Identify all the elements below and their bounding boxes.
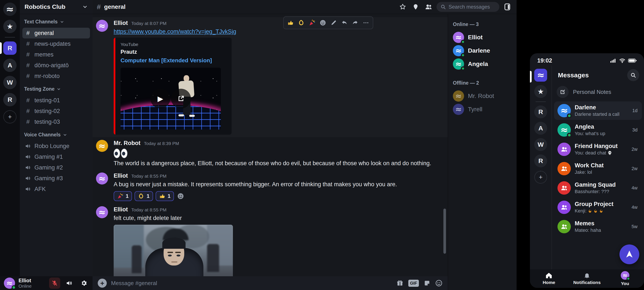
saved-messages-button[interactable]: ★ <box>3 20 16 33</box>
revolt-logo-button[interactable]: ≈ <box>3 2 16 16</box>
message-author[interactable]: Elliot <box>114 172 128 179</box>
chat-friend-hangout[interactable]: Friend Hangout You: dead chat 2w <box>554 140 642 158</box>
add-reaction-button[interactable] <box>318 18 328 27</box>
channel-news-updates[interactable]: #news-updates <box>22 38 90 49</box>
member-mr-robot[interactable]: ≈ Mr. Robot <box>453 89 512 103</box>
add-server-button[interactable]: + <box>3 110 16 124</box>
open-external-button[interactable] <box>171 89 191 109</box>
attach-file-button[interactable]: + <box>98 279 107 288</box>
react-pinched-fingers-button[interactable] <box>296 18 306 27</box>
chat-anglea[interactable]: ≈ Anglea You: what’s up 3d <box>554 121 642 139</box>
add-reaction-button[interactable] <box>176 192 185 200</box>
star-channel-button[interactable] <box>398 2 408 12</box>
nav-notifications[interactable]: Notifications <box>568 269 606 288</box>
nav-you[interactable]: ≈ You <box>606 269 644 288</box>
more-options-button[interactable] <box>361 18 371 27</box>
voice-afk[interactable]: AFK <box>22 184 90 194</box>
embed-provider: YouTube <box>120 42 221 47</box>
server-initial: R <box>8 44 12 52</box>
emoji-picker-button[interactable] <box>435 280 442 287</box>
search-button[interactable] <box>627 69 639 81</box>
chat-memes[interactable]: Memes Mateo: haha 5w <box>554 217 642 236</box>
reaction-pinched-fingers[interactable]: 1 <box>134 191 153 201</box>
voice-gaming-1[interactable]: Gaming #1 <box>22 151 90 162</box>
member-elliot[interactable]: ≈ Elliot <box>453 31 512 44</box>
hash-icon: # <box>25 108 31 115</box>
reply-button[interactable] <box>340 18 349 27</box>
pinched-fingers-emoji <box>138 193 144 199</box>
server-w[interactable]: W <box>3 76 16 89</box>
avatar: ≈ <box>453 90 464 102</box>
nav-home[interactable]: Home <box>530 269 568 288</box>
personal-notes-item[interactable]: Personal Notes <box>552 83 644 101</box>
message-youtube-link[interactable]: ≈ Elliot Today at 8:07 PM https://www.yo… <box>92 17 448 137</box>
chat-work-chat[interactable]: Work Chat Jake: lol 2w <box>554 159 642 178</box>
react-party-popper-button[interactable] <box>307 18 317 27</box>
channel-testing-01[interactable]: #testing-01 <box>22 95 90 106</box>
revolt-home-button[interactable]: ≈ <box>534 69 547 82</box>
battery-icon <box>628 58 637 63</box>
message-input[interactable]: Message #general <box>111 280 392 287</box>
chat-darlene[interactable]: ≈ Darlene Darlene started a call 1d <box>554 101 642 120</box>
voice-robo-lounge[interactable]: Robo Lounge <box>22 141 90 151</box>
server-robotics-club[interactable]: R <box>3 41 16 55</box>
pinned-messages-button[interactable] <box>411 2 420 12</box>
server-a[interactable]: A <box>3 59 16 72</box>
channel-mr-roboto[interactable]: #mr-roboto <box>22 71 90 81</box>
server-a[interactable]: A <box>534 122 547 135</box>
channel-domo-arigato[interactable]: #dōmo-arigatō <box>22 60 90 71</box>
section-testing-zone[interactable]: Testing Zone <box>24 86 88 92</box>
chat-time: 5w <box>632 224 638 229</box>
channel-testing-03[interactable]: #testing-03 <box>22 117 90 127</box>
photo-attachment[interactable] <box>114 225 233 276</box>
section-text-channels[interactable]: Text Channels <box>24 19 88 25</box>
channel-general[interactable]: #general <box>22 28 90 38</box>
server-r[interactable]: R <box>534 106 547 118</box>
online-status-dot <box>461 40 465 44</box>
sticker-button[interactable] <box>424 280 430 287</box>
saved-messages-button[interactable]: ★ <box>534 85 547 98</box>
message-author[interactable]: Mr. Robot <box>114 140 140 146</box>
message-felt-cute[interactable]: ≈ Elliot Today at 8:55 PM felt cute, mig… <box>92 204 448 276</box>
youtube-link[interactable]: https://www.youtube.com/watch?v=jeg_TJvk… <box>114 28 440 35</box>
chat-scrollbar[interactable] <box>444 209 446 254</box>
forward-button[interactable] <box>350 18 360 27</box>
chat-group-project[interactable]: Group Project Kenji: 4w <box>554 198 642 217</box>
play-button[interactable]: ▶ <box>150 89 170 109</box>
settings-button[interactable] <box>78 278 90 289</box>
embed-title[interactable]: Computer Man [Extended Version] <box>120 57 221 64</box>
channel-memes[interactable]: #memes <box>22 49 90 60</box>
server-r2[interactable]: R <box>534 154 547 167</box>
section-voice-channels[interactable]: Voice Channels <box>24 132 88 138</box>
voice-gaming-2[interactable]: Gaming #2 <box>22 162 90 173</box>
deafen-button[interactable] <box>64 278 75 289</box>
add-server-button[interactable]: + <box>534 171 547 184</box>
server-w[interactable]: W <box>534 138 547 151</box>
avatar: ≈ <box>96 206 108 218</box>
chat-gaming-squad[interactable]: Gaming Squad Basshunter: ??? 4w <box>554 179 642 197</box>
toggle-panel-button[interactable] <box>502 2 512 12</box>
gift-button[interactable] <box>396 280 404 287</box>
microphone-mute-button[interactable] <box>49 278 60 289</box>
gif-picker-button[interactable]: GIF <box>408 280 419 287</box>
reaction-thumbs-up[interactable]: 1 <box>156 191 174 201</box>
message-mr-robot[interactable]: ≈ Mr. Robot Today at 8:39 PM The world i… <box>92 137 448 170</box>
voice-gaming-3[interactable]: Gaming #3 <box>22 173 90 184</box>
group-icon <box>560 184 568 192</box>
search-input[interactable]: Search messages <box>436 2 499 12</box>
member-angela[interactable]: ≈ Angela <box>453 57 512 71</box>
server-header[interactable]: Robotics Club <box>20 0 92 14</box>
message-author[interactable]: Elliot <box>114 20 128 26</box>
channel-testing-02[interactable]: #testing-02 <box>22 106 90 117</box>
user-avatar[interactable]: ≈ <box>4 278 15 289</box>
member-darlene[interactable]: ≈ Darlene <box>453 44 512 57</box>
edit-message-button[interactable] <box>329 18 338 27</box>
members-toggle-button[interactable] <box>424 2 434 12</box>
reaction-party-popper[interactable]: 1 <box>114 191 132 201</box>
member-tyrell[interactable]: ≈ Tyrell <box>453 103 512 116</box>
new-message-fab[interactable] <box>620 245 639 264</box>
message-bug-quote[interactable]: ≈ Elliot Today at 8:55 PM A bug is never… <box>92 170 448 204</box>
server-r2[interactable]: R <box>3 93 16 106</box>
react-thumbs-up-button[interactable] <box>286 18 295 27</box>
message-author[interactable]: Elliot <box>114 206 128 213</box>
